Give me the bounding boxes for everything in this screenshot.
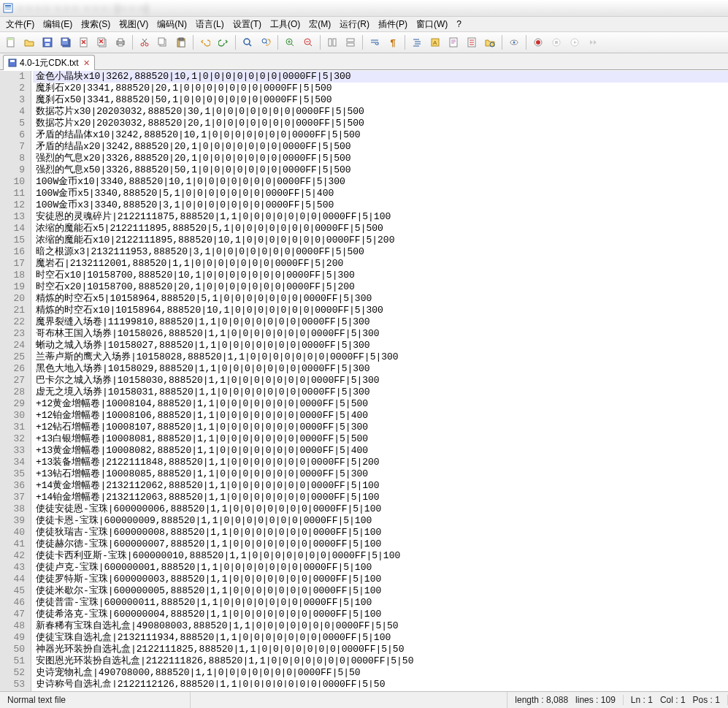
macro-record-button[interactable] [529,34,547,51]
monitor-button[interactable] [505,34,523,51]
code-line[interactable]: 神器光环装扮自选礼盒|2122111825,888520|1,1|0|0|0|0… [33,644,728,655]
code-line[interactable]: 史诗称号自选礼盒|2122112126,888520|1,1|0|0|0|0|0… [33,679,728,688]
code-line[interactable]: 矛盾的结晶体x10|3242,888520|10,1|0|0|0|0|0|0|0… [33,129,728,141]
code-line[interactable]: 使徒宝珠自选礼盒|2132111934,888520|1,1|0|0|0|0|0… [33,632,728,644]
code-line[interactable]: 暗之根源x3|2132111953,888520|3,1|0|0|0|0|0|0… [33,246,728,258]
sync-vertical-button[interactable] [323,34,341,51]
code-line[interactable]: 使徒卢克-宝珠|600000001,888520|1,1|0|0|0|0|0|0… [33,562,728,574]
code-line[interactable]: 使徒罗特斯-宝珠|600000003,888520|1,1|0|0|0|0|0|… [33,574,728,585]
code-line[interactable]: +12铂金增幅卷|10008106,888520|1,1|0|0|0|0|0|0… [33,410,728,422]
code-line[interactable]: 精炼的时空石x10|10158964,888520|10,1|0|0|0|0|0… [33,305,728,316]
code-line[interactable]: 安徒恩的灵魂碎片|2122111875,888520|1,1|0|0|0|0|0… [33,211,728,223]
code-line[interactable]: +13白银增幅卷|10008081,888520|1,1|0|0|0|0|0|0… [33,433,728,445]
code-line[interactable]: 精炼的时空石x5|10158964,888520|5,1|0|0|0|0|0|0… [33,293,728,305]
code-line[interactable]: 使徒赫尔德-宝珠|600000007,888520|1,1|0|0|0|0|0|… [33,538,728,550]
close-tab-icon[interactable]: ✕ [83,58,90,68]
code-line[interactable]: 魔刹石x20|3341,888520|20,1|0|0|0|0|0|0|0|00… [33,83,728,94]
folder-workspace-button[interactable] [481,34,499,51]
menu-encoding[interactable]: 编码(N) [153,17,191,32]
code-line[interactable]: 数据芯片x30|20203032,888520|30,1|0|0|0|0|0|0… [33,106,728,118]
code-line[interactable]: 蜥动之城入场券|10158027,888520|1,1|0|0|0|0|0|0|… [33,340,728,351]
code-line[interactable]: 矛盾的结晶x20|3242,888520|20,1|0|0|0|0|0|0|0|… [33,141,728,153]
show-all-chars-button[interactable]: ¶ [384,34,402,51]
indent-guide-button[interactable] [408,34,426,51]
macro-play-multi-button[interactable] [584,34,602,51]
cut-button[interactable] [136,34,153,51]
redo-button[interactable] [215,34,232,51]
code-line[interactable]: 黑色大地入场券|10158029,888520|1,1|0|0|0|0|0|0|… [33,363,728,375]
code-line[interactable]: +14黄金增幅卷|2132112062,888520|1,1|0|0|0|0|0… [33,480,728,492]
code-line[interactable]: 史诗宠物礼盒|490708000,888520|1,1|0|0|0|0|0|0|… [33,667,728,679]
doc-map-button[interactable] [445,34,462,51]
undo-button[interactable] [196,34,214,51]
code-line[interactable]: 使徒卡恩-宝珠|600000009,888520|1,1|0|0|0|0|0|0… [33,515,728,527]
code-line[interactable]: 浓缩的魔能石x10|2122111895,888520|10,1|0|0|0|0… [33,235,728,246]
code-line[interactable]: +13黄金增幅卷|10008082,888520|1,1|0|0|0|0|0|0… [33,445,728,457]
menu-help[interactable]: ? [452,18,466,31]
code-line[interactable]: 强烈的气息x50|3326,888520|50,1|0|0|0|0|0|0|0|… [33,164,728,176]
code-line[interactable]: 魔刹石x50|3341,888520|50,1|0|0|0|0|0|0|0|00… [33,94,728,106]
file-tab[interactable]: 4.0-1元CDK.txt ✕ [3,55,95,70]
print-button[interactable] [112,34,129,51]
menu-language[interactable]: 语言(L) [191,17,229,32]
menu-window[interactable]: 窗口(W) [412,17,452,32]
code-line[interactable]: 100W金币x5|3340,888520|5,1|0|0|0|0|0|0|0|0… [33,188,728,199]
code-line[interactable]: 浓缩的魔能石x5|2122111895,888520|5,1|0|0|0|0|0… [33,223,728,235]
replace-button[interactable] [257,34,275,51]
code-line[interactable]: 使徒安徒恩-宝珠|600000006,888520|1,1|0|0|0|0|0|… [33,503,728,515]
code-line[interactable]: 时空石x20|10158700,888520|20,1|0|0|0|0|0|0|… [33,281,728,293]
code-line[interactable]: 巴卡尔之城入场券|10158030,888520|1,1|0|0|0|0|0|0… [33,375,728,387]
code-line[interactable]: 数据芯片x20|20203032,888520|20,1|0|0|0|0|0|0… [33,118,728,129]
code-line[interactable]: 魔界裂缝入场卷|11199810,888520|1,1|0|0|0|0|0|0|… [33,316,728,328]
window-title: ～～～～ ～～～ ～～～ - [～～～] [16,2,147,15]
code-line[interactable]: 安图恩光环装扮自选礼盒|2122111826,888520|1,1|0|0|0|… [33,655,728,667]
user-lang-button[interactable]: A [426,34,444,51]
menu-macro[interactable]: 宏(M) [304,17,335,32]
close-file-button[interactable] [75,34,93,51]
save-button[interactable] [39,34,56,51]
code-line[interactable]: +13装备增幅卷|2122111848,888520|1,1|0|0|0|0|0… [33,457,728,468]
code-line[interactable]: +14铂金增幅卷|2132112063,888520|1,1|0|0|0|0|0… [33,492,728,503]
code-line[interactable]: +13钻石增幅卷|10008085,888520|1,1|0|0|0|0|0|0… [33,468,728,480]
function-list-button[interactable] [463,34,480,51]
code-line[interactable]: +12黄金增幅卷|10008104,888520|1,1|0|0|0|0|0|0… [33,398,728,410]
zoom-out-button[interactable] [299,34,317,51]
menu-plugins[interactable]: 插件(P) [374,17,412,32]
code-line[interactable]: 魔岩石|2132112001,888520|1,1|0|0|0|0|0|0|0|… [33,258,728,270]
find-button[interactable] [239,34,256,51]
zoom-in-button[interactable] [281,34,299,51]
code-line[interactable]: 金色小晶块x10|3262,888520|10,1|0|0|0|0|0|0|0|… [33,71,728,83]
code-line[interactable]: 兰蒂卢斯的鹰犬入场券|10158028,888520|1,1|0|0|0|0|0… [33,351,728,363]
copy-button[interactable] [154,34,172,51]
code-line[interactable]: 100W金币x3|3340,888520|3,1|0|0|0|0|0|0|0|0… [33,199,728,211]
code-line[interactable]: 使徒米歇尔-宝珠|600000005,888520|1,1|0|0|0|0|0|… [33,585,728,597]
menu-tools[interactable]: 工具(O) [266,17,304,32]
menu-search[interactable]: 搜索(S) [77,17,115,32]
close-all-button[interactable] [93,34,111,51]
code-line[interactable]: 使徒希洛克-宝珠|600000004,888520|1,1|0|0|0|0|0|… [33,609,728,620]
code-line[interactable]: 使徒普雷-宝珠|600000011,888520|1,1|0|0|0|0|0|0… [33,597,728,609]
sync-horizontal-button[interactable] [342,34,359,51]
code-line[interactable]: 100W金币x10|3340,888520|10,1|0|0|0|0|0|0|0… [33,176,728,188]
code-line[interactable]: 强烈的气息x20|3326,888520|20,1|0|0|0|0|0|0|0|… [33,153,728,164]
menu-view[interactable]: 视图(V) [115,17,153,32]
code-line[interactable]: 使徒狄瑞吉-宝珠|600000008,888520|1,1|0|0|0|0|0|… [33,527,728,538]
menu-file[interactable]: 文件(F) [1,17,39,32]
code-line[interactable]: 时空石x10|10158700,888520|10,1|0|0|0|0|0|0|… [33,270,728,281]
menu-settings[interactable]: 设置(T) [229,17,266,32]
code-editor[interactable]: 金色小晶块x10|3262,888520|10,1|0|0|0|0|0|0|0|… [31,71,728,691]
word-wrap-button[interactable] [366,34,383,51]
code-line[interactable]: 虚无之境入场券|10158031,888520|1,1|0|0|0|0|0|0|… [33,387,728,398]
menu-edit[interactable]: 编辑(E) [39,17,77,32]
paste-button[interactable] [172,34,190,51]
code-line[interactable]: 新春稀有宝珠自选礼盒|490808003,888520|1,1|0|0|0|0|… [33,620,728,632]
open-file-button[interactable] [20,34,38,51]
code-line[interactable]: +12钻石增幅卷|10008107,888520|1,1|0|0|0|0|0|0… [33,422,728,433]
menu-run[interactable]: 运行(R) [335,17,374,32]
macro-play-button[interactable] [566,34,583,51]
macro-stop-button[interactable] [548,34,565,51]
new-file-button[interactable] [2,34,20,51]
save-all-button[interactable] [57,34,74,51]
code-line[interactable]: 哥布林王国入场券|10158026,888520|1,1|0|0|0|0|0|0… [33,328,728,340]
code-line[interactable]: 使徒卡西利亚斯-宝珠|600000010,888520|1,1|0|0|0|0|… [33,550,728,562]
